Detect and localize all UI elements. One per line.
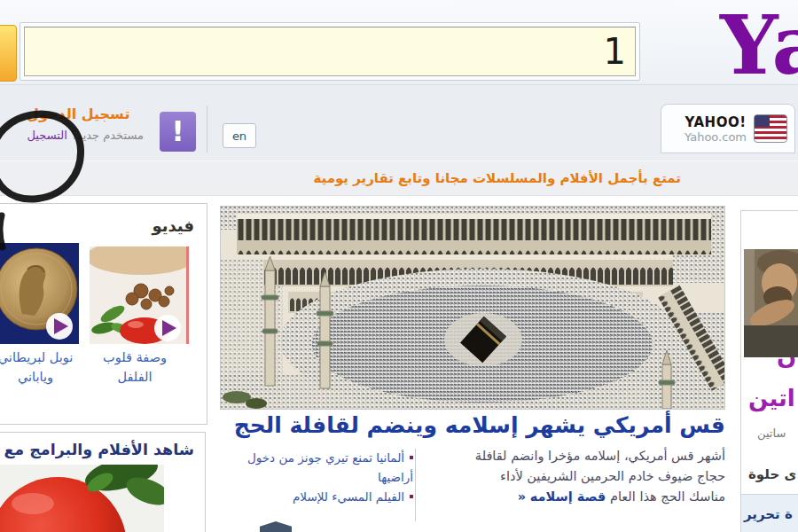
search-box-frame [20,22,640,81]
right-card-footer: ة تحرير [741,494,798,532]
top-search-bar: Ya [0,0,798,85]
video-thumb-nobel[interactable] [0,243,79,344]
us-flag-icon [754,114,787,143]
story-column-divider [415,449,416,521]
video-caption-nobel[interactable]: نوبل لبريطاني وياباني [0,348,74,387]
promo-bar: تمتع بأجمل الأفلام والمسلسلات مجانا وتاب… [0,160,798,196]
related-link-terry-jones[interactable]: ألمانيا تمنع تيري جونز من دخول أراضيها [239,448,413,487]
language-button[interactable]: en [223,123,256,148]
new-user-text: مستخدم جديد؟ [67,129,144,142]
video-section: فيديو [0,203,207,425]
play-icon[interactable] [154,315,181,341]
main-story-photo[interactable] [220,206,725,410]
region-selector[interactable]: YAHOO! Yahoo.com [661,104,795,153]
bearded-man-photo[interactable] [744,249,798,357]
register-link[interactable]: التسجيل [27,129,67,142]
promo-link[interactable]: تمتع بأجمل الأفلام والمسلسلات مجانا وتاب… [313,161,681,195]
body-line-1: أشهر قس أمريكي، إسلامه مؤخرا وانضم لقافل… [475,449,725,463]
carousel-up-arrow[interactable] [260,521,292,532]
main-story-headline[interactable]: قس أمريكي يشهر إسلامه وينضم لقافلة الحج [220,409,725,442]
right-card-headline-link[interactable]: اتين [748,385,795,411]
region-title: YAHOO! [685,114,747,130]
video-section-title: فيديو [0,204,207,235]
search-input[interactable] [24,27,636,76]
main-story-body: أشهر قس أمريكي، إسلامه مؤخرا وانضم لقافل… [417,446,725,507]
play-icon[interactable] [46,313,73,340]
right-card-subtext: ساتين [757,426,786,440]
watch-section-title: شاهد الأفلام والبرامج مع [0,433,205,458]
body-line-3: مناسك الحج هذا العام [610,489,725,504]
watch-section: شاهد الأفلام والبرامج مع [0,432,206,532]
region-subtitle: Yahoo.com [685,130,747,144]
tomato-photo[interactable] [0,465,164,532]
region-labels: YAHOO! Yahoo.com [685,114,747,144]
search-button[interactable] [0,25,17,82]
flag-canton [755,115,770,127]
yahoo-logo[interactable]: Ya [720,4,798,88]
video-thumb-pepper-recipe[interactable] [90,246,189,344]
related-link-offensive-film[interactable]: الفيلم المسيء للإسلام [239,487,413,506]
divider [207,106,207,153]
video-caption-pepper[interactable]: وصفة قلوب الفلفل [86,348,184,387]
signin-link[interactable]: تسجيل الدخول [27,106,129,122]
related-links-list: ألمانيا تمنع تيري جونز من دخول أراضيها ا… [239,448,413,506]
yahoo-arabic-homepage: Ya تسجيل الدخول مستخدم جديد؟ التسجيل ! e… [0,0,798,532]
signin-bar: تسجيل الدخول مستخدم جديد؟ التسجيل ! en Y… [0,85,798,160]
right-card-footer-link[interactable]: ة تحرير [744,495,793,532]
body-line-2: حجاج ضيوف خادم الحرمين الشريفين لأداء [500,469,725,483]
more-arrow: « [518,489,526,504]
right-card-headline-top-fragment: ن [777,357,796,380]
right-card-bold-link[interactable]: ى حلوة [748,466,796,482]
story-more-link[interactable]: قصة إسلامه [530,489,606,504]
right-story-card: ن اتين ساتين ى حلوة ة تحرير [740,210,798,532]
new-user-row: مستخدم جديد؟ التسجيل [2,129,144,142]
alert-icon[interactable]: ! [160,112,196,152]
